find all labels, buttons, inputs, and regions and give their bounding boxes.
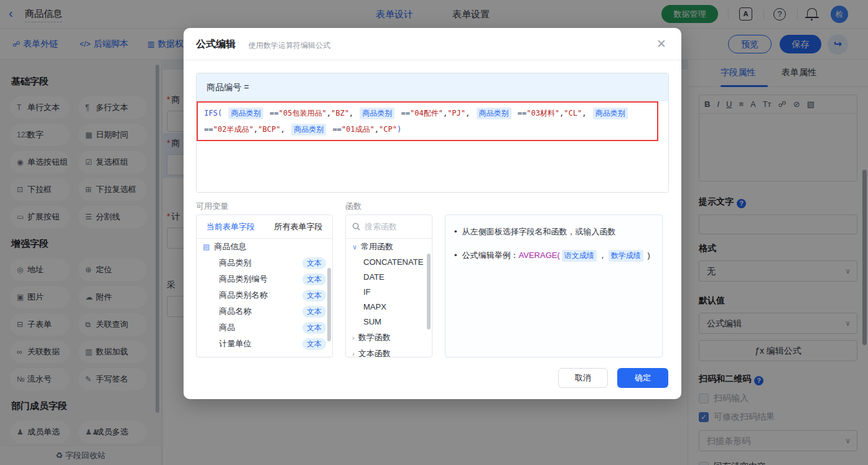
function-group-name: 常用函数	[361, 242, 393, 251]
variable-name: 商品类别	[219, 257, 251, 269]
formula-token-str: "CL"	[564, 109, 582, 117]
formula-token-txt: 公式编辑举例：	[462, 251, 519, 260]
field-chip-商品类别[interactable]: 商品类别	[291, 124, 326, 136]
variables-tabs: 当前表单字段 所有表单字段	[197, 215, 332, 239]
chevron-right-icon: ›	[352, 334, 355, 341]
function-group-常用函数[interactable]: ∨常用函数	[346, 239, 432, 255]
chevron-down-icon: ∨	[352, 243, 357, 251]
function-group-数学函数[interactable]: ›数学函数	[346, 329, 432, 346]
formula-token-txt: ,	[327, 109, 331, 117]
example-field-chip[interactable]: 语文成绩	[562, 250, 597, 262]
confirm-button[interactable]: 确定	[617, 368, 668, 388]
function-group-name: 数学函数	[358, 333, 391, 342]
variable-name: 商品类别编号	[219, 274, 268, 285]
formula-token-txt: )	[645, 251, 650, 260]
function-group-name: 文本函数	[358, 349, 391, 357]
variable-name: 商品	[219, 322, 235, 333]
formula-token-str: "05包装用品"	[279, 109, 327, 117]
formula-token-str: "04配件"	[410, 109, 443, 117]
search-icon	[352, 223, 360, 231]
modal-title: 公式编辑	[196, 38, 236, 51]
formula-body[interactable]: IFS( 商品类别 =="05包装用品","BZ", 商品类别 =="04配件"…	[197, 101, 668, 193]
variable-name: 商品名称	[219, 306, 251, 317]
function-item-MAPX[interactable]: MAPX	[346, 300, 432, 315]
formula-token-str: "01成品"	[342, 125, 375, 134]
app: ‹ 商品信息 表单设计 表单设置 数据管理 A ? 检 ☍表单外链 </>后端脚…	[0, 0, 868, 465]
functions-label: 函数	[345, 201, 362, 212]
field-chip-商品类别[interactable]: 商品类别	[593, 108, 628, 119]
formula-token-kw: IFS(	[204, 109, 226, 117]
variable-row-商品类别编号[interactable]: 商品类别编号文本	[197, 271, 332, 287]
modal-subtitle: 使用数学运算符编辑公式	[248, 40, 330, 51]
variable-name: 计量单位	[219, 338, 251, 349]
formula-token-txt: ，	[599, 251, 607, 260]
formula-help-panel: •从左侧面板选择字段名和函数，或输入函数 •公式编辑举例：AVERAGE(语文成…	[445, 214, 663, 357]
formula-token-txt: ,	[582, 109, 590, 117]
variable-group-row[interactable]: ▤商品信息	[197, 239, 332, 255]
cancel-button[interactable]: 取消	[558, 368, 608, 388]
formula-token-txt: ,	[349, 109, 358, 117]
function-item-IF[interactable]: IF	[346, 285, 432, 300]
formula-token-str: "BZ"	[331, 109, 349, 117]
formula-box: 商品编号 = IFS( 商品类别 =="05包装用品","BZ", 商品类别 =…	[196, 73, 669, 193]
formula-token-str: "BCP"	[258, 125, 281, 134]
variables-label: 可用变量	[196, 201, 228, 212]
formula-token-txt: ,	[465, 109, 474, 117]
formula-token-op: ==	[513, 109, 527, 117]
formula-token-txt: ,	[253, 125, 258, 134]
modal-header: 公式编辑 使用数学运算符编辑公式 ✕	[184, 28, 681, 60]
formula-token-txt: ,	[281, 125, 289, 134]
tab-all-form-fields[interactable]: 所有表单字段	[264, 215, 332, 238]
functions-panel: 搜索函数 ∨常用函数CONCATENATEDATEIFMAPXSUM›数学函数›…	[345, 214, 432, 357]
file-icon: ▤	[203, 242, 210, 251]
type-badge: 文本	[302, 322, 326, 334]
variable-row-计量单位[interactable]: 计量单位文本	[197, 336, 332, 352]
type-badge: 文本	[302, 274, 326, 285]
function-item-DATE[interactable]: DATE	[346, 270, 432, 285]
type-badge: 文本	[302, 257, 326, 269]
formula-token-op: ==	[204, 125, 213, 134]
field-chip-商品类别[interactable]: 商品类别	[360, 108, 394, 119]
field-chip-商品类别[interactable]: 商品类别	[477, 108, 511, 119]
formula-token-txt: ,	[375, 125, 379, 134]
variable-row-商品类别[interactable]: 商品类别文本	[197, 255, 332, 271]
variable-row-商品类别名称[interactable]: 商品类别名称文本	[197, 287, 332, 303]
type-badge: 文本	[302, 290, 326, 302]
formula-token-op: ==	[328, 125, 342, 134]
type-badge: 文本	[302, 306, 326, 318]
example-field-chip[interactable]: 数学成绩	[609, 250, 643, 262]
function-group-文本函数[interactable]: ›文本函数	[346, 346, 432, 357]
formula-token-op: ==	[396, 109, 410, 117]
function-item-CONCATENATE[interactable]: CONCATENATE	[346, 255, 432, 270]
formula-token-str: "02半成品"	[213, 125, 253, 134]
formula-target: 商品编号 =	[197, 73, 668, 101]
formula-token-str: "03材料"	[526, 109, 559, 117]
formula-input-area[interactable]: IFS( 商品类别 =="05包装用品","BZ", 商品类别 =="04配件"…	[197, 101, 658, 141]
variables-scrollbar[interactable]	[327, 268, 331, 341]
variables-panel: 当前表单字段 所有表单字段 ▤商品信息商品类别文本商品类别编号文本商品类别名称文…	[196, 214, 333, 357]
close-icon[interactable]: ✕	[656, 37, 666, 51]
formula-token-fn: AVERAGE(	[519, 251, 560, 260]
variable-row-商品[interactable]: 商品文本	[197, 320, 332, 336]
chevron-right-icon: ›	[352, 350, 355, 357]
help-line-example: •公式编辑举例：AVERAGE(语文成绩，数学成绩 )	[454, 249, 653, 262]
formula-token-op: ==	[265, 109, 279, 117]
help-line: •从左侧面板选择字段名和函数，或输入函数	[454, 225, 653, 239]
variable-name: 商品类别名称	[219, 290, 268, 301]
function-item-SUM[interactable]: SUM	[346, 315, 432, 329]
type-badge: 文本	[302, 338, 326, 350]
tab-current-form-fields[interactable]: 当前表单字段	[197, 215, 264, 238]
formula-token-kw: )	[397, 125, 401, 134]
field-chip-商品类别[interactable]: 商品类别	[228, 108, 263, 119]
functions-scrollbar[interactable]	[427, 254, 431, 329]
formula-token-str: "CP"	[379, 125, 397, 134]
search-placeholder: 搜索函数	[365, 221, 397, 233]
formula-token-str: "PJ"	[447, 109, 465, 117]
function-search[interactable]: 搜索函数	[346, 215, 432, 239]
variable-row-商品名称[interactable]: 商品名称文本	[197, 303, 332, 320]
formula-editor-modal: 公式编辑 使用数学运算符编辑公式 ✕ 商品编号 = IFS( 商品类别 =="0…	[184, 28, 681, 399]
variable-group-name: 商品信息	[214, 241, 246, 252]
